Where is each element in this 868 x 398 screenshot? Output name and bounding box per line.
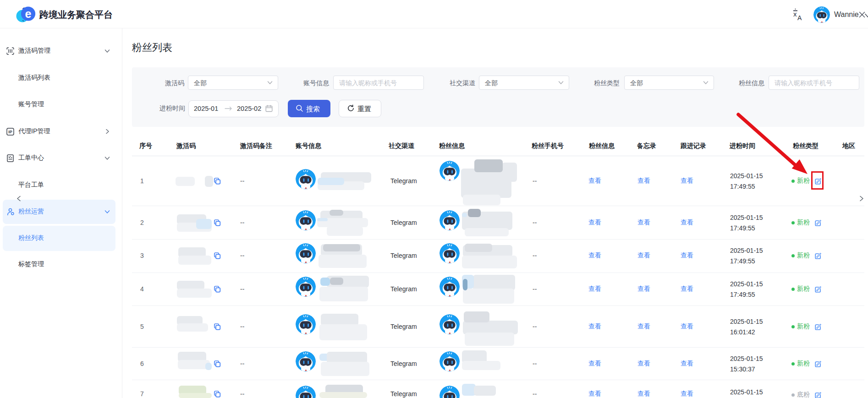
svg-text:x: x (793, 10, 797, 18)
svg-text:A: A (797, 14, 802, 21)
svg-text:e: e (25, 7, 32, 20)
svg-text:IP: IP (8, 130, 12, 134)
